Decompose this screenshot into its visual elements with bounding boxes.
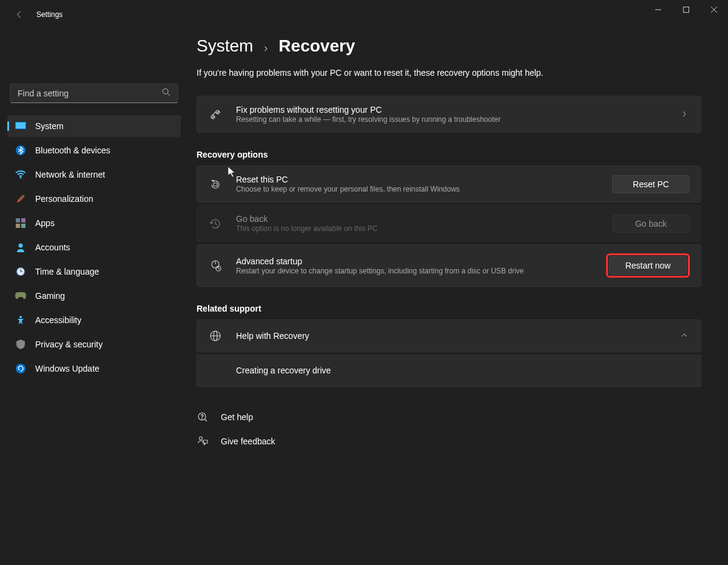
card-title: Advanced startup [236,256,599,266]
search-input[interactable] [18,89,162,98]
go-back-button: Go back [612,215,690,233]
svg-point-31 [202,419,203,420]
give-feedback-link[interactable]: Give feedback [197,429,701,453]
sidebar-item-label: Accounts [35,242,70,252]
back-button[interactable] [10,5,29,24]
help-recovery-card[interactable]: Help with Recovery [197,319,701,352]
section-related-support: Related support [197,304,701,313]
sidebar-item-apps[interactable]: Apps [7,212,181,234]
card-subtitle: Restart your device to change startup se… [236,267,599,275]
sidebar-item-gaming[interactable]: Gaming [7,285,181,307]
advanced-startup-card: Advanced startup Restart your device to … [197,244,701,287]
card-subtitle: Choose to keep or remove your personal f… [236,185,605,193]
minimize-button[interactable] [644,0,672,19]
apps-icon [15,217,27,229]
update-icon [15,363,27,375]
card-subtitle: Resetting can take a while — first, try … [236,115,679,124]
link-label: Get help [221,412,253,422]
sidebar-item-label: Gaming [35,291,65,301]
page-description: If you're having problems with your PC o… [197,68,701,78]
svg-line-5 [167,93,170,96]
sidebar-item-network[interactable]: Network & internet [7,164,181,186]
svg-line-23 [215,224,217,225]
card-title: Help with Recovery [236,331,679,341]
card-title: Fix problems without resetting your PC [236,105,679,115]
sidebar-item-accessibility[interactable]: Accessibility [7,309,181,331]
reset-pc-button[interactable]: Reset PC [612,175,690,193]
svg-line-32 [204,419,207,421]
sidebar-item-privacy[interactable]: Privacy & security [7,333,181,355]
card-subtitle: This option is no longer available on th… [236,224,605,233]
sidebar: System Bluetooth & devices Network & int… [0,29,188,565]
clock-icon [15,266,27,278]
restart-now-button[interactable]: Restart now [609,256,687,275]
sidebar-item-label: Time & language [35,267,99,276]
sidebar-item-bluetooth[interactable]: Bluetooth & devices [7,139,181,161]
breadcrumb: System › Recovery [197,36,701,56]
history-icon [208,216,223,231]
highlight-annotation: Restart now [606,253,690,278]
titlebar: Settings [0,0,728,29]
svg-point-4 [163,89,168,94]
reset-icon [208,177,223,192]
content-area: System › Recovery If you're having probl… [188,29,728,565]
sidebar-item-windows-update[interactable]: Windows Update [7,358,181,379]
feedback-icon [197,435,209,447]
chevron-right-icon [679,109,690,120]
display-icon [15,120,27,132]
svg-point-9 [20,177,22,179]
globe-icon [208,329,223,343]
svg-point-19 [19,316,22,318]
search-box[interactable] [10,84,178,103]
sidebar-item-personalization[interactable]: Personalization [7,188,181,210]
sidebar-item-label: Accessibility [35,315,81,325]
sidebar-item-label: System [35,121,64,131]
breadcrumb-parent[interactable]: System [197,36,253,56]
svg-point-20 [16,364,25,373]
svg-rect-34 [203,440,207,443]
svg-point-14 [19,244,23,248]
recovery-drive-link[interactable]: Creating a recovery drive [197,355,701,387]
help-icon [197,411,209,423]
shield-icon [15,338,27,350]
wifi-icon [15,169,27,181]
brush-icon [15,193,27,205]
person-icon [15,241,27,253]
maximize-button[interactable] [672,0,700,19]
search-icon [162,88,170,99]
svg-rect-21 [214,183,217,186]
svg-rect-10 [16,218,20,222]
window-title: Settings [36,10,62,19]
sidebar-item-label: Windows Update [35,364,99,373]
sidebar-item-label: Bluetooth & devices [35,145,110,155]
section-recovery-options: Recovery options [197,150,701,159]
svg-point-33 [200,437,203,440]
sidebar-item-accounts[interactable]: Accounts [7,236,181,258]
bluetooth-icon [15,144,27,156]
go-back-card: Go back This option is no longer availab… [197,205,701,242]
gamepad-icon [15,290,27,302]
sidebar-item-label: Privacy & security [35,339,103,349]
svg-rect-11 [21,218,25,222]
link-label: Creating a recovery drive [236,366,331,375]
sidebar-item-label: Apps [35,218,55,228]
card-title: Reset this PC [236,175,605,184]
troubleshoot-card[interactable]: Fix problems without resetting your PC R… [197,96,701,133]
get-help-link[interactable]: Get help [197,405,701,429]
breadcrumb-current: Recovery [278,36,355,56]
power-advanced-icon [208,258,223,273]
sidebar-item-label: Network & internet [35,170,105,179]
card-title: Go back [236,214,605,224]
wrench-icon [208,107,223,122]
sidebar-item-time-language[interactable]: Time & language [7,261,181,282]
svg-rect-1 [684,7,689,13]
sidebar-item-system[interactable]: System [7,115,181,137]
svg-rect-7 [16,122,25,129]
svg-rect-12 [16,224,20,228]
sidebar-item-label: Personalization [35,194,93,204]
chevron-right-icon: › [264,42,268,55]
reset-pc-card: Reset this PC Choose to keep or remove y… [197,165,701,202]
chevron-up-icon [679,330,690,341]
close-button[interactable] [700,0,728,19]
link-label: Give feedback [221,436,275,446]
